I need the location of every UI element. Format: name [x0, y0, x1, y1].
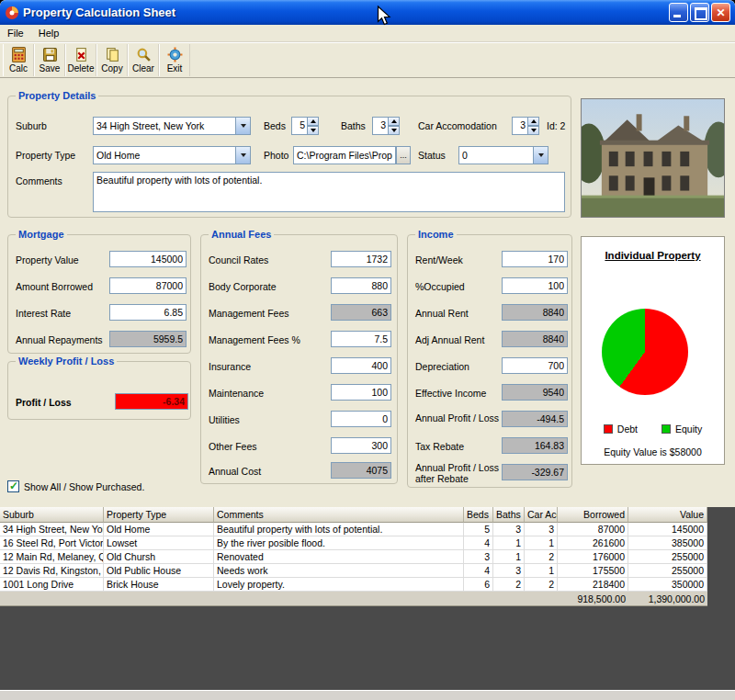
grid-header-row: Suburb Property Type Comments Beds Baths… — [0, 507, 707, 523]
cell-beds: 4 — [464, 564, 493, 578]
chevron-down-icon[interactable] — [533, 147, 548, 164]
col-header-beds[interactable]: Beds — [464, 507, 493, 523]
col-header-value[interactable]: Value — [628, 507, 707, 523]
menu-help[interactable]: Help — [31, 26, 67, 40]
col-header-property-type[interactable]: Property Type — [104, 507, 214, 523]
table-row[interactable]: 12 Davis Rd, Kingston, ( Old Public Hous… — [0, 564, 707, 578]
property-value-label: Property Value — [16, 254, 79, 265]
property-value-input[interactable] — [109, 251, 187, 267]
comments-textarea[interactable]: Beautiful property with lots of potentia… — [93, 172, 565, 212]
status-select[interactable]: 0 — [458, 146, 548, 164]
col-header-borrowed[interactable]: Borrowed — [558, 507, 628, 523]
save-button-label: Save — [40, 63, 61, 73]
suburb-select[interactable]: 34 High Street, New York — [93, 117, 251, 135]
maximize-button[interactable] — [690, 3, 709, 22]
table-row[interactable]: 1001 Long Drive Brick House Lovely prope… — [0, 578, 707, 592]
menu-file[interactable]: File — [0, 26, 31, 40]
cell-baths: 3 — [493, 523, 525, 536]
individual-property-title: Individual Property — [582, 250, 724, 261]
show-all-checkbox[interactable] — [7, 480, 19, 492]
clear-button[interactable]: Clear — [128, 44, 159, 76]
other-fees-input[interactable] — [331, 437, 391, 454]
table-row[interactable]: 16 Steel Rd, Port Victori Lowset By the … — [0, 536, 707, 550]
rent-week-input[interactable] — [502, 251, 568, 267]
photo-browse-button[interactable]: ... — [396, 146, 411, 164]
cell-borrowed: 176000 — [558, 550, 628, 564]
close-button[interactable] — [711, 3, 730, 22]
car-up-icon[interactable] — [528, 117, 539, 126]
cell-beds: 3 — [464, 550, 493, 564]
save-button[interactable]: Save — [34, 44, 65, 76]
annual-cost-output — [331, 462, 391, 479]
tax-rebate-output — [502, 437, 568, 454]
mouse-cursor — [377, 6, 392, 28]
chevron-down-icon[interactable] — [235, 118, 250, 134]
copy-button[interactable]: Copy — [96, 44, 128, 76]
occupied-input[interactable] — [502, 277, 568, 294]
photo-path-input[interactable] — [293, 146, 396, 164]
annual-rent-output — [502, 304, 568, 321]
window-bottom-edge — [0, 690, 735, 700]
cell-value: 385000 — [628, 536, 707, 550]
show-filter: Show All / Show Purchased. — [7, 480, 144, 492]
income-group: Income Rent/Week %Occupied Annual Rent A… — [407, 234, 572, 488]
mortgage-title: Mortgage — [16, 229, 67, 241]
body-corporate-input[interactable] — [331, 277, 391, 294]
utilities-input[interactable] — [331, 411, 391, 427]
exit-button[interactable]: Exit — [159, 44, 190, 76]
property-type-select[interactable]: Old Home — [93, 146, 251, 164]
col-header-car-acc[interactable]: Car Acc — [525, 507, 558, 523]
management-fees-pct-input[interactable] — [331, 331, 391, 347]
suburb-label: Suburb — [16, 120, 47, 131]
beds-stepper[interactable]: 5 — [291, 117, 319, 135]
cell-borrowed: 87000 — [558, 523, 628, 536]
copy-button-label: Copy — [101, 63, 122, 73]
annual-cost-label: Annual Cost — [209, 466, 261, 477]
baths-value: 3 — [372, 117, 389, 135]
cell-baths: 1 — [493, 536, 525, 550]
depreciation-input[interactable] — [502, 357, 568, 374]
interest-rate-input[interactable] — [109, 304, 187, 321]
car-accommodation-stepper[interactable]: 3 — [512, 117, 539, 135]
value-total: 1,390,000.00 — [628, 592, 707, 605]
pie-legend: Debt Equity — [582, 423, 724, 435]
col-header-baths[interactable]: Baths — [493, 507, 525, 523]
cell-car-acc: 2 — [525, 550, 558, 564]
delete-button[interactable]: Delete — [65, 44, 96, 76]
beds-down-icon[interactable] — [308, 126, 319, 135]
baths-up-icon[interactable] — [389, 117, 400, 126]
exit-button-label: Exit — [167, 63, 183, 73]
cell-baths: 1 — [493, 550, 525, 564]
baths-down-icon[interactable] — [389, 126, 400, 135]
amount-borrowed-label: Amount Borrowed — [16, 281, 93, 292]
minimize-button[interactable] — [669, 3, 688, 22]
baths-stepper[interactable]: 3 — [372, 117, 400, 135]
beds-up-icon[interactable] — [308, 117, 319, 126]
delete-button-label: Delete — [68, 63, 95, 73]
car-accommodation-value: 3 — [512, 117, 528, 135]
council-rates-input[interactable] — [331, 251, 391, 267]
calc-icon — [11, 47, 27, 62]
chevron-down-icon[interactable] — [235, 147, 250, 164]
col-header-comments[interactable]: Comments — [214, 507, 464, 523]
car-down-icon[interactable] — [528, 126, 539, 135]
annual-profit-loss-after-rebate-output — [502, 464, 568, 480]
calc-button[interactable]: Calc — [3, 44, 34, 76]
cell-value: 145000 — [628, 523, 707, 536]
id-label: Id: 2 — [547, 120, 565, 131]
cell-suburb: 16 Steel Rd, Port Victori — [0, 536, 104, 550]
cell-borrowed: 175500 — [558, 564, 628, 578]
insurance-input[interactable] — [331, 357, 391, 374]
cell-property-type: Old Chursh — [104, 550, 214, 564]
maintenance-input[interactable] — [331, 384, 391, 401]
table-row[interactable]: 34 High Street, New Yor Old Home Beautif… — [0, 523, 707, 536]
amount-borrowed-input[interactable] — [109, 277, 187, 294]
status-label: Status — [418, 150, 446, 161]
table-row[interactable]: 12 Main Rd, Melaney, Q Old Chursh Renova… — [0, 550, 707, 564]
cell-value: 255000 — [628, 550, 707, 564]
clear-button-label: Clear — [132, 63, 154, 73]
col-header-suburb[interactable]: Suburb — [0, 507, 104, 523]
cell-suburb: 1001 Long Drive — [0, 578, 104, 592]
annual-profit-loss-output — [502, 411, 568, 427]
exit-icon — [167, 47, 183, 62]
